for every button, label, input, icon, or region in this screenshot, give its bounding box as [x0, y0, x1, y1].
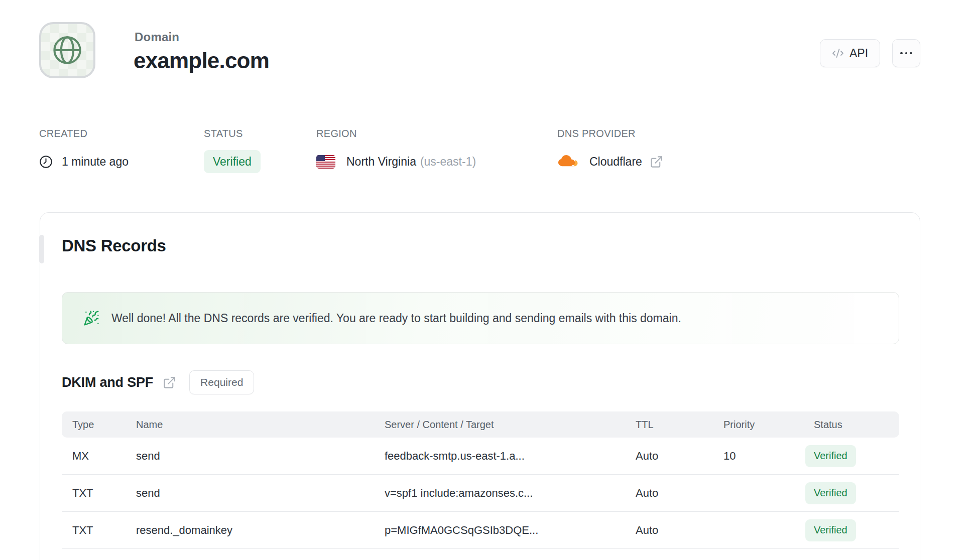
dns-provider-label: DNS PROVIDER	[557, 128, 663, 139]
table-row: MX send feedback-smtp.us-east-1.a... Aut…	[62, 438, 899, 475]
column-header-type: Type	[72, 419, 136, 431]
api-button-label: API	[849, 47, 868, 60]
success-banner: Well done! All the DNS records are verif…	[62, 292, 899, 344]
region-value: North Virginia	[346, 155, 416, 169]
dns-records-card: DNS Records Well done! All the DNS recor…	[40, 212, 920, 560]
section-indicator	[39, 235, 44, 263]
meta-dns-provider: DNS PROVIDER Cloudflare	[557, 128, 663, 173]
dkim-spf-section-header: DKIM and SPF Required	[62, 370, 898, 394]
record-content: v=spf1 include:amazonses.c...	[385, 487, 636, 500]
record-status-badge: Verified	[805, 445, 856, 467]
globe-icon	[51, 34, 84, 67]
record-ttl: Auto	[636, 524, 723, 537]
region-code: (us-east-1)	[420, 155, 476, 169]
dkim-spf-title: DKIM and SPF	[62, 375, 153, 390]
created-label: CREATED	[39, 128, 129, 139]
ellipsis-icon	[900, 52, 912, 55]
record-name: send	[136, 450, 385, 463]
meta-status: STATUS Verified	[204, 128, 261, 173]
record-ttl: Auto	[636, 487, 723, 500]
api-button[interactable]: API	[820, 39, 880, 67]
record-name: send	[136, 487, 385, 500]
dns-records-table: Type Name Server / Content / Target TTL …	[62, 411, 899, 549]
column-header-content: Server / Content / Target	[385, 419, 636, 431]
record-content: feedback-smtp.us-east-1.a...	[385, 450, 636, 463]
domain-avatar	[39, 22, 95, 78]
record-ttl: Auto	[636, 450, 723, 463]
page-title: example.com	[134, 48, 269, 73]
record-priority: 10	[723, 450, 814, 463]
more-menu-button[interactable]	[892, 39, 920, 67]
region-label: REGION	[316, 128, 476, 139]
clock-icon	[39, 155, 53, 169]
record-content: p=MIGfMA0GCSqGSIb3DQE...	[385, 524, 636, 537]
column-header-ttl: TTL	[636, 419, 723, 431]
code-icon	[832, 47, 844, 59]
cloudflare-icon	[557, 154, 579, 169]
created-value: 1 minute ago	[62, 155, 129, 169]
meta-region: REGION North Virginia (us-east-1)	[316, 128, 476, 173]
dns-records-title: DNS Records	[62, 237, 898, 255]
us-flag-icon	[316, 155, 335, 169]
party-popper-icon	[83, 310, 99, 326]
meta-created: CREATED 1 minute ago	[39, 128, 129, 173]
external-link-icon[interactable]	[650, 155, 663, 169]
external-link-icon[interactable]	[163, 376, 176, 389]
status-badge: Verified	[204, 150, 261, 173]
record-name: resend._domainkey	[136, 524, 385, 537]
record-status-badge: Verified	[805, 519, 856, 541]
column-header-priority: Priority	[723, 419, 814, 431]
success-message: Well done! All the DNS records are verif…	[111, 312, 681, 325]
column-header-name: Name	[136, 419, 385, 431]
record-type: TXT	[72, 487, 136, 500]
required-badge: Required	[189, 370, 254, 394]
table-row: TXT resend._domainkey p=MIGfMA0GCSqGSIb3…	[62, 512, 899, 549]
table-row: TXT send v=spf1 include:amazonses.c... A…	[62, 475, 899, 512]
column-header-status: Status	[814, 419, 899, 431]
record-status-badge: Verified	[805, 482, 856, 504]
domain-eyebrow-label: Domain	[135, 30, 179, 44]
record-type: TXT	[72, 524, 136, 537]
table-header-row: Type Name Server / Content / Target TTL …	[62, 411, 899, 438]
dns-provider-value: Cloudflare	[589, 155, 642, 169]
status-label: STATUS	[204, 128, 261, 139]
record-type: MX	[72, 450, 136, 463]
